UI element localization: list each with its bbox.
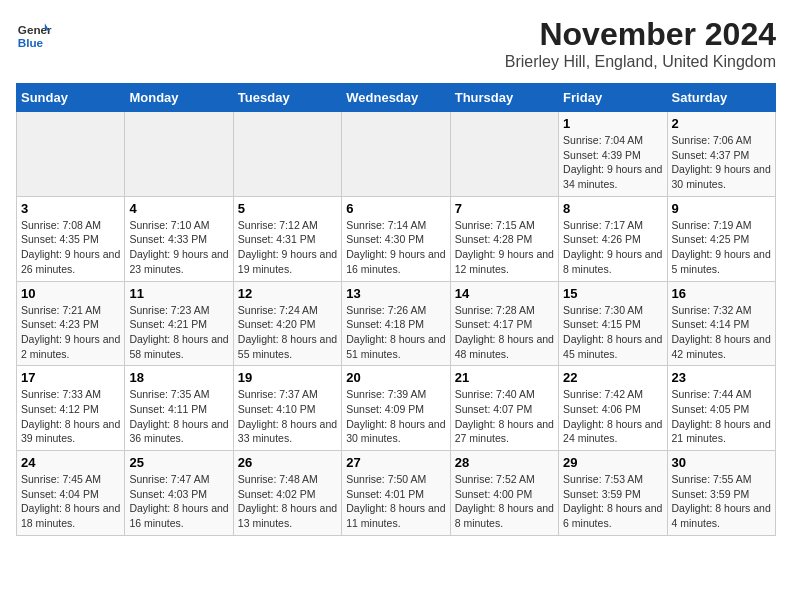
- day-info: Sunrise: 7:17 AMSunset: 4:26 PMDaylight:…: [563, 219, 662, 275]
- day-info: Sunrise: 7:32 AMSunset: 4:14 PMDaylight:…: [672, 304, 771, 360]
- month-title: November 2024: [505, 16, 776, 53]
- day-info: Sunrise: 7:42 AMSunset: 4:06 PMDaylight:…: [563, 388, 662, 444]
- calendar-cell: 26 Sunrise: 7:48 AMSunset: 4:02 PMDaylig…: [233, 451, 341, 536]
- day-info: Sunrise: 7:23 AMSunset: 4:21 PMDaylight:…: [129, 304, 228, 360]
- calendar-week-row: 17 Sunrise: 7:33 AMSunset: 4:12 PMDaylig…: [17, 366, 776, 451]
- calendar-week-row: 24 Sunrise: 7:45 AMSunset: 4:04 PMDaylig…: [17, 451, 776, 536]
- weekday-header-saturday: Saturday: [667, 84, 775, 112]
- day-info: Sunrise: 7:35 AMSunset: 4:11 PMDaylight:…: [129, 388, 228, 444]
- day-number: 21: [455, 370, 554, 385]
- calendar-cell: [125, 112, 233, 197]
- weekday-header-thursday: Thursday: [450, 84, 558, 112]
- day-number: 25: [129, 455, 228, 470]
- calendar-cell: 16 Sunrise: 7:32 AMSunset: 4:14 PMDaylig…: [667, 281, 775, 366]
- day-number: 15: [563, 286, 662, 301]
- day-info: Sunrise: 7:40 AMSunset: 4:07 PMDaylight:…: [455, 388, 554, 444]
- day-number: 3: [21, 201, 120, 216]
- logo-icon: General Blue: [16, 16, 52, 52]
- day-number: 30: [672, 455, 771, 470]
- location-title: Brierley Hill, England, United Kingdom: [505, 53, 776, 71]
- day-info: Sunrise: 7:50 AMSunset: 4:01 PMDaylight:…: [346, 473, 445, 529]
- day-number: 24: [21, 455, 120, 470]
- day-info: Sunrise: 7:30 AMSunset: 4:15 PMDaylight:…: [563, 304, 662, 360]
- calendar-cell: 25 Sunrise: 7:47 AMSunset: 4:03 PMDaylig…: [125, 451, 233, 536]
- day-info: Sunrise: 7:15 AMSunset: 4:28 PMDaylight:…: [455, 219, 554, 275]
- weekday-header-row: SundayMondayTuesdayWednesdayThursdayFrid…: [17, 84, 776, 112]
- calendar-cell: [17, 112, 125, 197]
- day-number: 6: [346, 201, 445, 216]
- calendar-cell: 21 Sunrise: 7:40 AMSunset: 4:07 PMDaylig…: [450, 366, 558, 451]
- day-number: 19: [238, 370, 337, 385]
- day-number: 11: [129, 286, 228, 301]
- day-info: Sunrise: 7:10 AMSunset: 4:33 PMDaylight:…: [129, 219, 228, 275]
- weekday-header-wednesday: Wednesday: [342, 84, 450, 112]
- day-info: Sunrise: 7:06 AMSunset: 4:37 PMDaylight:…: [672, 134, 771, 190]
- weekday-header-sunday: Sunday: [17, 84, 125, 112]
- calendar-cell: 12 Sunrise: 7:24 AMSunset: 4:20 PMDaylig…: [233, 281, 341, 366]
- calendar-cell: 29 Sunrise: 7:53 AMSunset: 3:59 PMDaylig…: [559, 451, 667, 536]
- calendar-cell: 22 Sunrise: 7:42 AMSunset: 4:06 PMDaylig…: [559, 366, 667, 451]
- calendar-cell: 28 Sunrise: 7:52 AMSunset: 4:00 PMDaylig…: [450, 451, 558, 536]
- calendar-cell: 9 Sunrise: 7:19 AMSunset: 4:25 PMDayligh…: [667, 196, 775, 281]
- day-number: 28: [455, 455, 554, 470]
- svg-text:Blue: Blue: [18, 36, 44, 49]
- calendar-cell: [450, 112, 558, 197]
- day-number: 29: [563, 455, 662, 470]
- day-number: 16: [672, 286, 771, 301]
- day-number: 14: [455, 286, 554, 301]
- day-number: 27: [346, 455, 445, 470]
- day-number: 12: [238, 286, 337, 301]
- day-number: 22: [563, 370, 662, 385]
- calendar-cell: 11 Sunrise: 7:23 AMSunset: 4:21 PMDaylig…: [125, 281, 233, 366]
- title-block: November 2024 Brierley Hill, England, Un…: [505, 16, 776, 71]
- day-number: 23: [672, 370, 771, 385]
- day-info: Sunrise: 7:44 AMSunset: 4:05 PMDaylight:…: [672, 388, 771, 444]
- day-number: 8: [563, 201, 662, 216]
- day-info: Sunrise: 7:48 AMSunset: 4:02 PMDaylight:…: [238, 473, 337, 529]
- day-info: Sunrise: 7:53 AMSunset: 3:59 PMDaylight:…: [563, 473, 662, 529]
- day-info: Sunrise: 7:28 AMSunset: 4:17 PMDaylight:…: [455, 304, 554, 360]
- calendar-week-row: 10 Sunrise: 7:21 AMSunset: 4:23 PMDaylig…: [17, 281, 776, 366]
- day-info: Sunrise: 7:55 AMSunset: 3:59 PMDaylight:…: [672, 473, 771, 529]
- calendar-cell: 2 Sunrise: 7:06 AMSunset: 4:37 PMDayligh…: [667, 112, 775, 197]
- day-number: 13: [346, 286, 445, 301]
- calendar-week-row: 3 Sunrise: 7:08 AMSunset: 4:35 PMDayligh…: [17, 196, 776, 281]
- weekday-header-friday: Friday: [559, 84, 667, 112]
- day-number: 18: [129, 370, 228, 385]
- day-info: Sunrise: 7:26 AMSunset: 4:18 PMDaylight:…: [346, 304, 445, 360]
- calendar-cell: 15 Sunrise: 7:30 AMSunset: 4:15 PMDaylig…: [559, 281, 667, 366]
- calendar-cell: 5 Sunrise: 7:12 AMSunset: 4:31 PMDayligh…: [233, 196, 341, 281]
- calendar-cell: 1 Sunrise: 7:04 AMSunset: 4:39 PMDayligh…: [559, 112, 667, 197]
- calendar-cell: 14 Sunrise: 7:28 AMSunset: 4:17 PMDaylig…: [450, 281, 558, 366]
- calendar-cell: 13 Sunrise: 7:26 AMSunset: 4:18 PMDaylig…: [342, 281, 450, 366]
- calendar-cell: 24 Sunrise: 7:45 AMSunset: 4:04 PMDaylig…: [17, 451, 125, 536]
- page-header: General Blue November 2024 Brierley Hill…: [16, 16, 776, 71]
- day-info: Sunrise: 7:24 AMSunset: 4:20 PMDaylight:…: [238, 304, 337, 360]
- calendar-cell: 8 Sunrise: 7:17 AMSunset: 4:26 PMDayligh…: [559, 196, 667, 281]
- day-number: 26: [238, 455, 337, 470]
- day-info: Sunrise: 7:21 AMSunset: 4:23 PMDaylight:…: [21, 304, 120, 360]
- calendar-cell: 7 Sunrise: 7:15 AMSunset: 4:28 PMDayligh…: [450, 196, 558, 281]
- day-number: 4: [129, 201, 228, 216]
- weekday-header-monday: Monday: [125, 84, 233, 112]
- calendar-table: SundayMondayTuesdayWednesdayThursdayFrid…: [16, 83, 776, 536]
- day-number: 17: [21, 370, 120, 385]
- day-number: 5: [238, 201, 337, 216]
- weekday-header-tuesday: Tuesday: [233, 84, 341, 112]
- day-info: Sunrise: 7:33 AMSunset: 4:12 PMDaylight:…: [21, 388, 120, 444]
- day-number: 1: [563, 116, 662, 131]
- day-number: 7: [455, 201, 554, 216]
- calendar-cell: [342, 112, 450, 197]
- day-info: Sunrise: 7:14 AMSunset: 4:30 PMDaylight:…: [346, 219, 445, 275]
- day-info: Sunrise: 7:12 AMSunset: 4:31 PMDaylight:…: [238, 219, 337, 275]
- day-info: Sunrise: 7:39 AMSunset: 4:09 PMDaylight:…: [346, 388, 445, 444]
- logo: General Blue: [16, 16, 52, 52]
- day-info: Sunrise: 7:04 AMSunset: 4:39 PMDaylight:…: [563, 134, 662, 190]
- calendar-week-row: 1 Sunrise: 7:04 AMSunset: 4:39 PMDayligh…: [17, 112, 776, 197]
- calendar-cell: 17 Sunrise: 7:33 AMSunset: 4:12 PMDaylig…: [17, 366, 125, 451]
- day-number: 20: [346, 370, 445, 385]
- day-info: Sunrise: 7:52 AMSunset: 4:00 PMDaylight:…: [455, 473, 554, 529]
- calendar-cell: 20 Sunrise: 7:39 AMSunset: 4:09 PMDaylig…: [342, 366, 450, 451]
- day-number: 10: [21, 286, 120, 301]
- calendar-cell: 30 Sunrise: 7:55 AMSunset: 3:59 PMDaylig…: [667, 451, 775, 536]
